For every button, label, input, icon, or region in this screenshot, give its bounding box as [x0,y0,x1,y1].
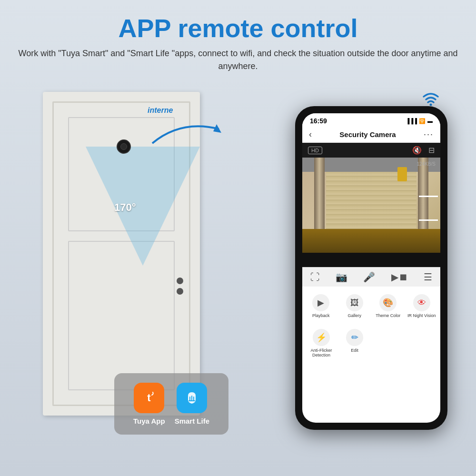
camera-title: Security Camera [339,130,396,139]
railing-bar-2 [419,219,438,221]
status-time: 16:59 [310,117,327,125]
edit-label: Edit [351,348,358,353]
gallery-label: Gallery [347,313,361,318]
porch-image: 124KB/S [302,158,440,253]
page-container: APP remote control Work with "Tuya Smart… [0,0,476,476]
tuya-app-icon: t [134,383,164,413]
theme-label: Theme Color [376,313,400,318]
arrow-label: interne [148,106,173,114]
porch-railing [416,186,440,229]
door-handle [177,278,183,295]
ir-icon: 👁 [413,294,430,311]
tuya-app-label: Tuya App [133,417,165,425]
header-section: APP remote control Work with "Tuya Smart… [0,0,476,78]
smartlife-app-item: Smart Life [175,383,209,425]
subtitle: Work with "Tuya Smart" and "Smart Life "… [10,47,466,73]
app-icons-box: t Tuya App Smart Life [114,373,228,435]
svg-text:t: t [148,392,151,404]
handle-dot-2 [177,288,183,295]
fullscreen-icon[interactable]: ⛶ [310,272,320,283]
menu-icon[interactable]: ☰ [424,271,432,283]
battery-icon: ▬ [427,118,433,124]
phone-body: 16:59 ▐▐▐ 🛜 ▬ ‹ Security Camera ··· [295,106,447,430]
arrow-container: interne [143,106,228,153]
record-icon[interactable]: ▶⏹ [391,271,408,283]
porch-floor [302,229,440,253]
status-bar: 16:59 ▐▐▐ 🛜 ▬ [302,113,440,127]
mute-icon[interactable]: 🔇 [412,146,422,155]
more-menu-button[interactable]: ··· [424,129,434,139]
playback-icon: ▶ [312,294,329,311]
feed-icons: 🔇 ⊟ [412,146,435,155]
smartlife-icon-svg [182,388,201,407]
door-section: 170° interne [14,78,252,449]
speed-label: 124KB/S [417,161,436,167]
app-header: ‹ Security Camera ··· [302,127,440,143]
feature-theme[interactable]: 🎨 Theme Color [372,291,405,321]
signal-icon: ▐▐▐ [406,118,417,124]
internet-arrow [143,115,228,153]
camera-feed: 124KB/S [302,158,440,267]
playback-label: Playback [312,313,330,318]
layout-icon[interactable]: ⊟ [428,146,435,155]
snapshot-icon[interactable]: 📷 [336,271,347,283]
wifi-svg [419,87,443,106]
ir-label: IR Night Vision [407,313,436,318]
porch-light [397,167,407,181]
features-row-2: ⚡ Anti-Flicker Detection ✏ Edit [302,326,440,360]
feature-ir[interactable]: 👁 IR Night Vision [406,291,438,321]
mic-icon[interactable]: 🎤 [363,271,375,283]
status-icons: ▐▐▐ 🛜 ▬ [406,118,433,124]
wifi-status-icon: 🛜 [419,118,426,124]
controls-row: ⛶ 📷 🎤 ▶⏹ ☰ [302,267,440,287]
hd-badge: HD [308,147,322,154]
phone-section: 16:59 ▐▐▐ 🛜 ▬ ‹ Security Camera ··· [286,82,466,444]
vision-cone [86,147,200,266]
feed-bottom-bar [302,253,440,267]
feed-toolbar: HD 🔇 ⊟ [302,143,440,158]
smartlife-app-label: Smart Life [175,417,209,425]
feature-edit[interactable]: ✏ Edit [338,329,371,357]
edit-icon: ✏ [346,329,363,346]
feature-playback[interactable]: ▶ Playback [305,291,337,321]
handle-dot-1 [177,278,183,284]
antiflicker-label: Anti-Flicker Detection [305,348,338,357]
features-grid: ▶ Playback 🖼 Gallery 🎨 Theme Color � [302,287,440,326]
tuya-icon-svg: t [139,388,159,407]
theme-icon: 🎨 [379,294,397,311]
back-button[interactable]: ‹ [309,129,312,139]
gallery-icon: 🖼 [346,294,363,311]
phone-screen: 16:59 ▐▐▐ 🛜 ▬ ‹ Security Camera ··· [302,113,440,423]
content-area: 170° interne [0,78,476,449]
antiflicker-icon: ⚡ [313,329,330,346]
svg-point-4 [430,104,432,106]
smartlife-app-icon [177,383,207,413]
main-title: APP remote control [10,14,466,42]
railing-bar-1 [419,196,438,197]
feature-gallery[interactable]: 🖼 Gallery [338,291,371,321]
angle-label: 170° [114,201,136,214]
tuya-app-item: t Tuya App [133,383,165,425]
feature-antiflicker[interactable]: ⚡ Anti-Flicker Detection [305,329,338,357]
